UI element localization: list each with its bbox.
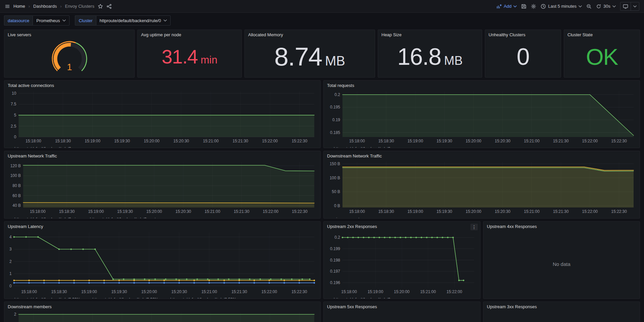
- datasource-variable-dropdown[interactable]: Prometheus: [33, 15, 70, 26]
- stat-value: 31.4 min: [162, 47, 218, 66]
- panel-header[interactable]: Upstream 3xx Responses: [484, 302, 640, 310]
- svg-text:15:20:00: 15:20:00: [141, 289, 157, 294]
- panel-upstream-3xx-responses: Upstream 3xx Responses: [483, 302, 640, 322]
- panel-header[interactable]: Upstream 5xx Responses: [324, 302, 480, 310]
- caret-down-icon: [164, 19, 167, 21]
- legend-item[interactable]: httproute/default/backend/rule/0 50%: [164, 297, 236, 299]
- panel-header[interactable]: Avg uptime per node: [138, 30, 241, 38]
- time-series-chart[interactable]: 0.1960.1970.1980.1990.215:18:0015:19:001…: [326, 230, 478, 296]
- save-dashboard-icon[interactable]: [521, 4, 526, 9]
- time-range-picker[interactable]: Last 5 minutes: [541, 4, 582, 9]
- gauge-svg: 1: [41, 38, 98, 76]
- panel-header[interactable]: Downstream Network Traffic: [324, 151, 640, 159]
- time-series-chart[interactable]: 0 B50 B100 B150 B15:18:0015:18:3015:19:0…: [326, 159, 638, 216]
- chart-legend: httproute/default/backend/rule/0 99%http…: [4, 296, 320, 299]
- legend-item[interactable]: - out: [345, 217, 360, 219]
- star-icon[interactable]: [98, 4, 103, 9]
- menu-icon[interactable]: [5, 4, 10, 9]
- legend-item[interactable]: httproute/default/backend/rule/0: [327, 146, 390, 148]
- legend-item[interactable]: httproute/default/backend/rule/0: [8, 146, 71, 148]
- time-series-chart[interactable]: 02.557.51015:18:0015:18:3015:19:0015:19:…: [6, 89, 318, 145]
- cluster-variable-dropdown[interactable]: httproute/default/backend/rule/0: [96, 15, 171, 26]
- svg-text:15:19:30: 15:19:30: [117, 209, 133, 214]
- svg-text:15:20:00: 15:20:00: [466, 209, 481, 214]
- svg-text:15:21:30: 15:21:30: [234, 209, 249, 214]
- panel-header[interactable]: Allocated Memory: [245, 30, 375, 38]
- legend-label: httproute/default/backend/rule/0: [334, 297, 390, 299]
- time-series-chart[interactable]: 00.511.5215:18:0015:18:3015:19:0015:19:3…: [6, 310, 318, 322]
- panel-title: Total requests: [327, 83, 636, 88]
- panel-header[interactable]: Upstream Latency: [4, 222, 320, 230]
- legend-item[interactable]: httproute/default/backend/rule/0 - in: [8, 217, 78, 219]
- panel-title: Upstream 2xx Responses: [327, 224, 477, 229]
- refresh-icon: [596, 4, 601, 9]
- svg-text:15:21:30: 15:21:30: [233, 139, 248, 143]
- panel-content: [324, 310, 480, 322]
- svg-text:15:19:30: 15:19:30: [114, 139, 130, 143]
- svg-text:15:19:30: 15:19:30: [436, 139, 452, 143]
- svg-text:15:18:30: 15:18:30: [378, 209, 394, 214]
- settings-gear-icon[interactable]: [531, 4, 536, 9]
- tv-kiosk-button[interactable]: [620, 2, 631, 10]
- svg-text:15:20:30: 15:20:30: [495, 209, 511, 214]
- add-button[interactable]: Add: [496, 4, 517, 9]
- time-series-chart[interactable]: 40 B60 B80 B100 B120 B15:18:0015:18:3015…: [6, 159, 318, 216]
- svg-text:10: 10: [12, 91, 16, 96]
- kiosk-split-button: [620, 2, 639, 11]
- legend-label: httproute/default/backend/rule/0 - out: [90, 217, 156, 219]
- panel-live-servers: Live servers 1: [4, 30, 135, 78]
- chart-svg: 0.1960.1970.1980.1990.215:18:0015:19:001…: [326, 230, 478, 295]
- svg-text:0: 0: [9, 284, 12, 288]
- share-icon[interactable]: [106, 4, 112, 9]
- panel-header[interactable]: Downstream members: [4, 302, 320, 310]
- panel-header[interactable]: Unhealthy Clusters: [485, 30, 561, 38]
- panel-header[interactable]: Cluster State: [564, 30, 640, 38]
- breadcrumb-home[interactable]: Home: [13, 4, 25, 9]
- breadcrumb-dashboards[interactable]: Dashboards: [33, 4, 57, 9]
- legend-item[interactable]: httproute/default/backend/rule/0 90%: [86, 297, 158, 299]
- time-series-chart[interactable]: 0.1850.190.1950.215:18:0015:18:3015:19:0…: [326, 89, 638, 145]
- expand-menu-button[interactable]: [631, 2, 639, 10]
- stat-number: 0: [517, 45, 529, 68]
- panel-title: Total active connections: [8, 83, 317, 88]
- panel-header[interactable]: Heap Size: [378, 30, 482, 38]
- breadcrumb-separator: ›: [60, 4, 61, 9]
- legend-label: httproute/default/backend/rule/0 50%: [170, 297, 236, 299]
- svg-text:2: 2: [9, 259, 12, 264]
- legend-item[interactable]: - in: [327, 217, 339, 219]
- svg-text:15:20:30: 15:20:30: [495, 139, 511, 143]
- svg-text:15:18:30: 15:18:30: [55, 139, 71, 143]
- panel-heap-size: Heap Size 16.8 MB: [378, 30, 482, 78]
- panel-title: Live servers: [8, 32, 131, 38]
- tv-icon: [623, 4, 628, 9]
- time-series-chart[interactable]: 0123415:18:0015:18:3015:19:0015:19:3015:…: [6, 230, 318, 296]
- panel-header[interactable]: Upstream 2xx Responses: [324, 222, 480, 230]
- legend-item[interactable]: httproute/default/backend/rule/0 - out: [83, 217, 156, 219]
- svg-text:40 B: 40 B: [12, 203, 21, 208]
- panel-menu-button[interactable]: ⋮: [470, 224, 478, 230]
- svg-text:15:22:00: 15:22:00: [582, 209, 598, 214]
- datasource-variable: datasource Prometheus: [4, 15, 70, 26]
- legend-item[interactable]: httproute/default/backend/rule/0: [327, 297, 390, 299]
- svg-text:15:22:30: 15:22:30: [611, 139, 627, 143]
- chart-svg: 0.1850.190.1950.215:18:0015:18:3015:19:0…: [326, 89, 638, 144]
- panel-header[interactable]: Total requests: [324, 81, 640, 89]
- legend-item[interactable]: httproute/default/backend/rule/0 99%: [8, 297, 80, 299]
- svg-text:1: 1: [67, 62, 72, 72]
- zoom-out-icon[interactable]: [586, 4, 592, 9]
- panel-header[interactable]: Upstream 4xx Responses: [484, 222, 640, 230]
- svg-text:15:19:00: 15:19:00: [407, 139, 423, 143]
- svg-text:15:22:30: 15:22:30: [291, 289, 307, 294]
- svg-text:15:19:00: 15:19:00: [368, 289, 383, 294]
- panel-upstream-2xx-responses: Upstream 2xx Responses ⋮ 0.1960.1970.198…: [323, 221, 480, 299]
- svg-text:15:20:30: 15:20:30: [176, 209, 191, 214]
- svg-text:0.2: 0.2: [334, 92, 340, 97]
- panel-title: Allocated Memory: [248, 32, 371, 38]
- stat-value: 16.8 MB: [397, 45, 463, 68]
- panel-header[interactable]: Live servers: [4, 30, 134, 38]
- panel-title: Upstream Latency: [8, 224, 317, 229]
- panel-header[interactable]: Total active connections: [4, 81, 320, 89]
- panel-header[interactable]: Upstream Network Traffic: [4, 151, 320, 159]
- svg-text:5: 5: [14, 113, 16, 118]
- refresh-button[interactable]: 30s: [596, 4, 616, 9]
